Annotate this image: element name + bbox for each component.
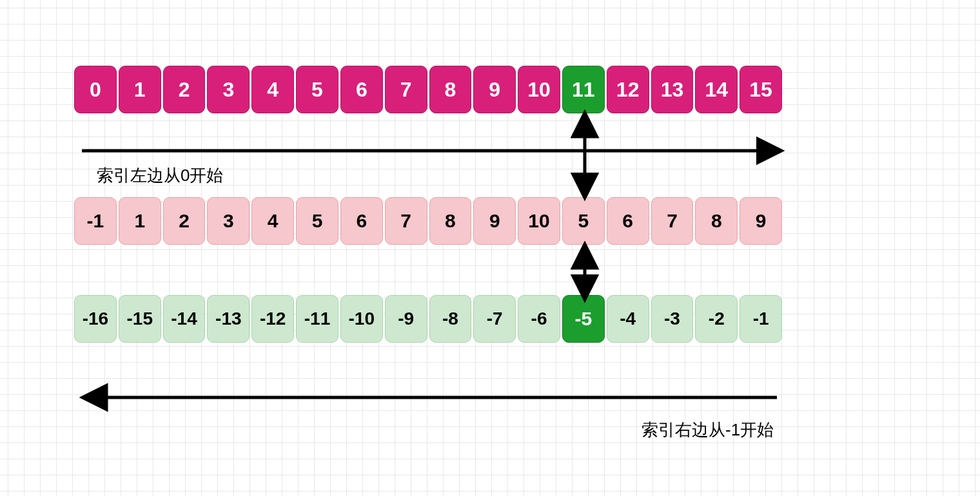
- cell-pos-15: 15: [740, 66, 782, 113]
- cell-neg-7: -9: [385, 295, 427, 343]
- cell-neg-2: -14: [163, 295, 206, 343]
- cell-pos-5: 5: [296, 66, 338, 113]
- cell-pos-12: 12: [607, 66, 649, 113]
- cell-val-1: 1: [119, 197, 161, 245]
- label-left-index-start: 索引左边从0开始: [97, 164, 223, 187]
- cell-val-14: 8: [695, 197, 738, 245]
- cell-val-8: 8: [429, 197, 472, 245]
- cell-val-0: -1: [74, 197, 117, 245]
- cell-val-9: 9: [473, 197, 516, 245]
- cell-val-7: 7: [385, 197, 427, 245]
- label-right-index-start: 索引右边从-1开始: [642, 419, 774, 441]
- cell-neg-0: -16: [74, 295, 117, 343]
- cell-val-11: 5: [562, 197, 605, 245]
- cell-val-5: 5: [296, 197, 338, 245]
- cell-neg-8: -8: [429, 295, 472, 343]
- cell-neg-12: -4: [607, 295, 649, 343]
- row-values: -1 1 2 3 4 5 6 7 8 9 10 5 6 7 8 9: [74, 197, 782, 245]
- cell-pos-0: 0: [74, 66, 117, 113]
- cell-neg-1: -15: [119, 295, 161, 343]
- cell-pos-2: 2: [163, 66, 206, 113]
- cell-neg-14: -2: [695, 295, 738, 343]
- cell-val-13: 7: [651, 197, 694, 245]
- row-negative-indices: -16 -15 -14 -13 -12 -11 -10 -9 -8 -7 -6 …: [74, 295, 782, 343]
- cell-neg-10: -6: [518, 295, 560, 343]
- cell-neg-11-highlight: -5: [562, 295, 605, 343]
- cell-val-12: 6: [607, 197, 649, 245]
- cell-neg-4: -12: [251, 295, 294, 343]
- cell-pos-10: 10: [518, 66, 560, 113]
- cell-pos-8: 8: [429, 66, 472, 113]
- cell-val-10: 10: [518, 197, 560, 245]
- cell-neg-15: -1: [740, 295, 782, 343]
- cell-pos-7: 7: [385, 66, 427, 113]
- cell-pos-1: 1: [119, 66, 161, 113]
- row-positive-indices: 0 1 2 3 4 5 6 7 8 9 10 11 12 13 14 15: [74, 66, 782, 113]
- cell-val-3: 3: [207, 197, 250, 245]
- cell-neg-9: -7: [473, 295, 516, 343]
- cell-neg-5: -11: [296, 295, 338, 343]
- cell-pos-3: 3: [207, 66, 250, 113]
- cell-val-6: 6: [340, 197, 383, 245]
- cell-pos-9: 9: [473, 66, 516, 113]
- cell-neg-6: -10: [340, 295, 383, 343]
- cell-pos-6: 6: [340, 66, 383, 113]
- cell-pos-11-highlight: 11: [562, 66, 605, 113]
- cell-val-15: 9: [740, 197, 782, 245]
- diagram-container: 0 1 2 3 4 5 6 7 8 9 10 11 12 13 14 15 -1…: [74, 66, 782, 343]
- cell-pos-4: 4: [251, 66, 294, 113]
- cell-pos-14: 14: [695, 66, 738, 113]
- cell-neg-3: -13: [207, 295, 250, 343]
- cell-val-4: 4: [251, 197, 294, 245]
- cell-neg-13: -3: [651, 295, 694, 343]
- cell-pos-13: 13: [651, 66, 694, 113]
- cell-val-2: 2: [163, 197, 206, 245]
